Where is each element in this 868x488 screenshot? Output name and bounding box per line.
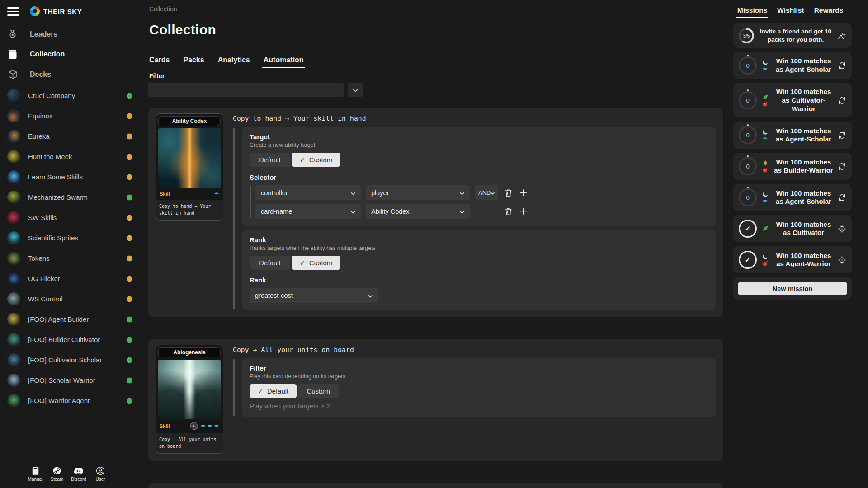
delete-selector-icon[interactable] <box>503 206 513 216</box>
deck-item[interactable]: Hunt the Meek <box>0 146 148 167</box>
selector-value-dropdown[interactable]: Ability Codex <box>366 204 470 219</box>
deck-item[interactable]: Scientific Sprites <box>0 228 148 248</box>
deck-item[interactable]: Cruel Company <box>0 85 148 106</box>
rule-title: Copy to hand → Your skill in hand <box>233 115 716 122</box>
track-target-icon[interactable] <box>838 225 846 233</box>
mission-card[interactable]: ✓ Win 100 matches as Cultivator <box>733 215 852 242</box>
steam-link[interactable]: Steam <box>48 466 66 482</box>
automation-rule-panel: Absorb Secrets Destroy → Unit Target Cre… <box>148 483 723 488</box>
new-mission-button[interactable]: New mission <box>738 282 847 295</box>
selector-field-dropdown[interactable]: card-name <box>255 204 361 219</box>
add-selector-icon[interactable] <box>518 206 528 216</box>
mission-card[interactable]: 0 ✒ Win 100 matches as Agent-Scholar <box>733 184 852 211</box>
card-artwork <box>158 360 221 419</box>
deck-item[interactable]: [FOO] Cultivator Scholar <box>0 350 148 370</box>
mission-card[interactable]: ✓ Win 100 matches as Agent-Warrior <box>733 246 852 273</box>
chevron-down-icon <box>460 208 464 215</box>
user-icon <box>96 466 105 475</box>
tab-automation[interactable]: Automation <box>264 56 304 68</box>
deck-item[interactable]: Learn Some Skills <box>0 167 148 187</box>
deck-avatar <box>7 292 20 305</box>
deck-status-dot <box>127 133 132 139</box>
selector-field-dropdown[interactable]: controller <box>255 185 361 200</box>
scholar-quill-icon: ✒ <box>763 136 768 141</box>
app-logo[interactable]: THEIR SKY <box>30 6 82 16</box>
selector-join-dropdown[interactable]: AND <box>475 185 498 200</box>
mission-card[interactable]: 0 Win 100 matches as Builder-Warrior <box>733 153 852 180</box>
deck-item[interactable]: WS Control <box>0 289 148 309</box>
filter-default-button[interactable]: ✓Default <box>250 384 297 398</box>
deck-item[interactable]: [FOO] Agent Builder <box>0 309 148 329</box>
deck-status-dot <box>127 296 132 302</box>
deck-item[interactable]: Equinox <box>0 106 148 126</box>
target-custom-button[interactable]: ✓Custom <box>292 153 340 167</box>
menu-icon[interactable] <box>7 7 19 16</box>
primary-nav: Leaders Collection Decks <box>0 24 148 84</box>
rank-dropdown[interactable]: greatest-cost <box>250 288 378 303</box>
manual-link[interactable]: Manual <box>26 466 44 482</box>
mission-card[interactable]: 0 ✒ Win 100 matches as Agent-Scholar <box>733 52 852 79</box>
add-selector-icon[interactable] <box>518 188 528 198</box>
deck-item[interactable]: [FOO] Warrior Agent <box>0 390 148 411</box>
reroll-icon[interactable] <box>838 131 846 140</box>
reroll-icon[interactable] <box>838 96 846 105</box>
check-icon: ✓ <box>300 259 305 267</box>
game-card-ability-codex[interactable]: Ability Codex Skill ✒ Copy to hand → You… <box>156 113 223 221</box>
deck-item[interactable]: UG Flicker <box>0 268 148 289</box>
tab-rewards[interactable]: Rewards <box>814 6 844 18</box>
user-link[interactable]: User <box>91 466 109 482</box>
medal-icon <box>7 29 18 39</box>
reroll-icon[interactable] <box>838 162 846 171</box>
invite-text: Invite a friend and get 10 packs for you… <box>759 28 833 43</box>
page-title: Collection <box>149 22 728 38</box>
track-target-icon[interactable] <box>838 256 846 264</box>
filter-section: Filter Play this card depending on its t… <box>242 358 716 417</box>
deck-item[interactable]: Eureka <box>0 126 148 146</box>
mission-complete-ring: ✓ <box>739 251 757 269</box>
sidebar-item-decks[interactable]: Decks <box>0 64 148 84</box>
filter-dropdown-button[interactable] <box>348 83 363 97</box>
deck-item[interactable]: [FOO] Scholar Warrior <box>0 370 148 390</box>
tab-missions[interactable]: Missions <box>737 6 767 18</box>
selector-value-dropdown[interactable]: player <box>366 185 470 200</box>
filter-custom-button[interactable]: Custom <box>298 384 339 398</box>
deck-item[interactable]: SW Skills <box>0 207 148 228</box>
archive-box-icon <box>7 49 18 59</box>
tab-packs[interactable]: Packs <box>183 56 204 68</box>
chevron-down-icon <box>491 189 495 196</box>
check-icon: ✓ <box>258 388 263 395</box>
deck-item[interactable]: [FOO] Builder Cultivator <box>0 329 148 350</box>
deck-item[interactable]: Mechanized Swarm <box>0 187 148 207</box>
filter-input[interactable] <box>148 83 344 97</box>
game-card-abiogenesis[interactable]: Abiogenesis Skill 6 ✒ ✒ ✒ Copy → All you… <box>156 345 223 454</box>
mission-card[interactable]: 0 Win 100 matches as Cultivator-Warrior <box>733 83 852 117</box>
rank-custom-button[interactable]: ✓Custom <box>292 256 340 270</box>
deck-item[interactable]: Tokens <box>0 248 148 268</box>
scholar-quill-icon: ✒ <box>763 66 768 72</box>
sidebar-item-leaders[interactable]: Leaders <box>0 24 148 44</box>
person-plus-icon[interactable] <box>837 32 846 40</box>
deck-avatar <box>7 252 20 265</box>
reroll-icon[interactable] <box>838 61 846 70</box>
sidebar-item-collection[interactable]: Collection <box>0 44 148 64</box>
warrior-bomb-icon <box>762 101 769 107</box>
discord-link[interactable]: Discord <box>70 466 88 482</box>
deck-avatar <box>7 191 20 204</box>
tab-analytics[interactable]: Analytics <box>218 56 250 68</box>
rank-default-button[interactable]: Default <box>250 256 290 270</box>
sidebar-footer: Manual Steam Discord User <box>26 466 109 482</box>
deck-status-dot <box>127 235 132 241</box>
reroll-icon[interactable] <box>838 193 846 202</box>
tab-wishlist[interactable]: Wishlist <box>777 6 804 18</box>
mission-progress-ring: 0 <box>739 157 757 175</box>
deck-status-dot <box>127 154 132 160</box>
scholar-quill-icon: ✒ <box>214 191 219 197</box>
invite-friend-card[interactable]: 3/5 Invite a friend and get 10 packs for… <box>733 23 852 48</box>
tab-cards[interactable]: Cards <box>149 56 170 68</box>
mission-class-icons: ✒ <box>761 59 769 72</box>
deck-avatar <box>7 170 20 183</box>
target-default-button[interactable]: Default <box>250 153 290 167</box>
delete-selector-icon[interactable] <box>503 188 513 198</box>
mission-text: Win 100 matches as Agent-Scholar <box>774 189 833 206</box>
mission-card[interactable]: 0 ✒ Win 100 matches as Agent-Scholar <box>733 122 852 149</box>
